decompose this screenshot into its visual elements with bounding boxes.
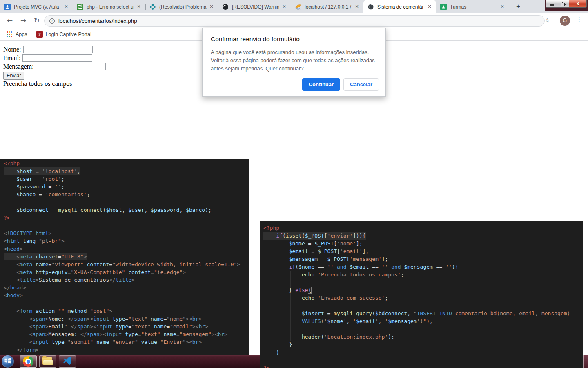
vscode-icon (62, 356, 72, 367)
profile-avatar[interactable]: G (560, 16, 570, 26)
code-line: } (263, 348, 583, 356)
tab-close-icon[interactable]: ✕ (208, 4, 215, 10)
close-icon: x (577, 1, 579, 7)
code-line (263, 356, 583, 364)
tab-title: localhost / 127.0.0.1 / (305, 4, 352, 10)
globe-dark-icon (368, 4, 374, 10)
email-input[interactable] (22, 54, 92, 62)
tab-title: Sistema de comentár (377, 4, 425, 10)
tab-4[interactable]: [RESOLVIDO] Warnin✕ (218, 0, 291, 13)
new-tab-button[interactable]: + (513, 2, 523, 12)
enviar-button[interactable]: Enviar (3, 72, 24, 80)
cancel-button[interactable]: Cancelar (343, 78, 379, 91)
tab-5[interactable]: PMAlocalhost / 127.0.0.1 /✕ (291, 0, 363, 13)
code-line: <meta name="viewport" content="width=dev… (4, 260, 249, 268)
dialog-title: Confirmar reenvio do formulário (211, 36, 377, 43)
url-text: localhost/comentarios/index.php (58, 18, 137, 24)
code-content: <?php if(isset($_POST['enviar'])){ $nome… (263, 224, 583, 368)
bookmark-login-captive-portal[interactable]: Login Captive Portal (46, 31, 92, 37)
code-line: } (263, 341, 583, 348)
tab-1[interactable]: Projeto MVC (v. Aula✕ (0, 0, 73, 13)
minimize-button[interactable] (546, 0, 557, 8)
stack-green-icon (77, 4, 83, 10)
code-line: $bdconnect = mysqli_connect($host, $user… (4, 206, 249, 214)
apps-shortcut[interactable]: Apps (16, 31, 27, 37)
tab-7[interactable]: Turmas✕ (436, 0, 509, 13)
classroom-green-icon (440, 4, 447, 10)
code-line: <span>Email: </span><input type="text" n… (4, 323, 249, 330)
code-line: if(isset($_POST['enviar'])){ (263, 232, 366, 240)
code-line: $user = 'root'; (4, 175, 249, 183)
tab-6[interactable]: Sistema de comentár✕ (363, 0, 436, 13)
code-line: ?> (4, 214, 249, 222)
back-button[interactable]: ← (5, 16, 15, 26)
form-status-text: Preencha todos os campos (3, 80, 72, 88)
email-label: Email: (3, 54, 21, 62)
restore-button[interactable] (557, 0, 569, 8)
bookmark-star-icon[interactable]: ☆ (544, 16, 550, 24)
restore-icon (561, 2, 566, 6)
tab-close-icon[interactable]: ✕ (426, 4, 433, 10)
code-editor-left[interactable]: <?php $host = 'localhost'; $user = 'root… (0, 159, 249, 355)
tab-close-icon[interactable]: ✕ (281, 4, 287, 10)
code-editor-right[interactable]: <?php if(isset($_POST['enviar'])){ $nome… (260, 221, 583, 368)
code-line (4, 198, 249, 206)
tab-close-icon[interactable]: ✕ (136, 4, 142, 10)
code-line: </head> (4, 284, 249, 292)
nome-label: Nome: (3, 46, 21, 53)
code-line (263, 302, 583, 310)
tab-close-icon[interactable]: ✕ (354, 4, 360, 10)
code-line: $password = ''; (4, 183, 249, 191)
menu-kebab-icon[interactable]: ⋮ (576, 16, 582, 23)
code-line: <?php (263, 224, 583, 232)
close-button[interactable]: x (569, 0, 587, 8)
code-line: header('Location:index.php'); (263, 333, 583, 341)
classroom-person-blue-icon (4, 4, 11, 10)
mensagem-input[interactable] (36, 63, 106, 70)
code-line (4, 222, 249, 229)
code-line (263, 325, 583, 333)
code-line: <?php (4, 159, 249, 167)
code-line: <meta http-equiv="X-UA-Compatible" conte… (4, 268, 249, 276)
code-content: <?php $host = 'localhost'; $user = 'root… (4, 159, 249, 354)
code-line: if($nome == '' and $email == '' and $men… (263, 263, 583, 271)
dialog-body-line: antes sejam repetidas. Quer continuar? (211, 65, 377, 73)
captive-portal-favicon: T (36, 31, 43, 38)
show-desktop-button[interactable] (583, 355, 588, 368)
continue-button[interactable]: Continuar (302, 78, 340, 91)
taskbar-vscode-button[interactable] (59, 355, 76, 368)
tabs-container: Projeto MVC (v. Aula✕php - Erro no selec… (0, 0, 509, 13)
address-bar[interactable]: i localhost/comentarios/index.php (44, 15, 545, 27)
chrome-icon (23, 356, 33, 367)
dialog-body-line: A página que você está procurando usou a… (211, 48, 377, 56)
code-line: <meta charset="UTF-8"> (4, 253, 87, 260)
file-explorer-icon (42, 357, 53, 366)
tab-2[interactable]: php - Erro no select u✕ (73, 0, 145, 13)
code-line: echo 'Enviado com sucesso'; (263, 294, 583, 302)
code-line: $nome = $_POST['nome']; (263, 240, 583, 247)
page-info-icon[interactable]: i (49, 18, 55, 24)
tab-strip: Projeto MVC (v. Aula✕php - Erro no selec… (0, 0, 588, 13)
forward-button[interactable]: → (18, 16, 28, 26)
tab-title: Turmas (450, 4, 497, 10)
nome-input[interactable] (23, 46, 93, 53)
reload-button[interactable]: ↻ (32, 16, 42, 26)
taskbar-file-explorer-button[interactable] (39, 355, 56, 368)
code-line: <span>Mensagem: </span><input type="text… (4, 330, 249, 338)
tab-3[interactable]: (Resolvido) Problema✕ (145, 0, 218, 13)
tab-close-icon[interactable]: ✕ (63, 4, 69, 10)
tab-close-icon[interactable]: ✕ (499, 4, 506, 10)
code-line: <form action="" method="post"> (4, 307, 249, 315)
tab-title: [RESOLVIDO] Warnin (232, 4, 279, 10)
code-line: <!DOCTYPE html> (4, 229, 249, 237)
code-line: $host = 'localhost'; (4, 167, 80, 175)
dark-circle-icon (222, 4, 229, 10)
start-button[interactable] (2, 355, 14, 368)
minimize-icon (550, 4, 554, 6)
code-line (263, 278, 583, 286)
taskbar-chrome-button[interactable] (20, 355, 37, 368)
code-line: <title>Sistema de comentários</title> (4, 276, 249, 284)
code-line: ?> (263, 364, 583, 368)
apps-grid-icon[interactable] (7, 31, 12, 37)
svg-text:PMA: PMA (296, 8, 301, 10)
